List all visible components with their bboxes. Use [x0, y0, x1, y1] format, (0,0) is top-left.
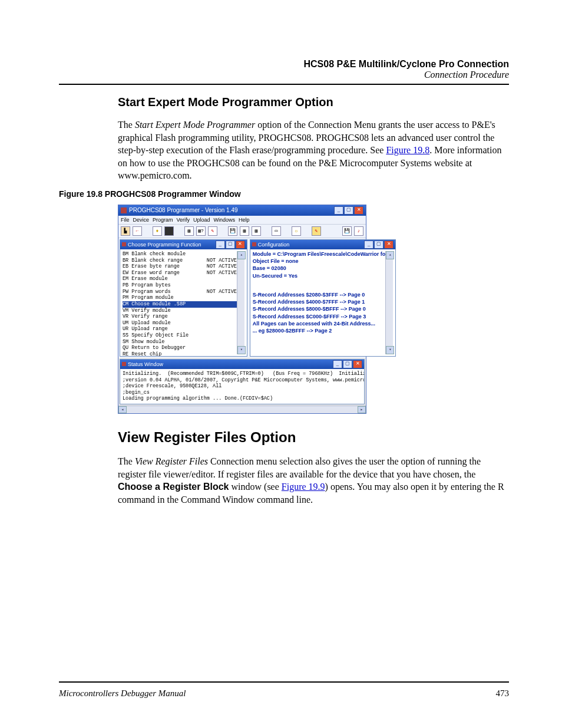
status-window-panel: Status Window _ ▢ ✕ Initializing. (Recom… — [120, 359, 365, 404]
panel-maximize-button[interactable]: ▢ — [374, 241, 384, 249]
horizontal-scrollbar[interactable]: ◂ ▸ — [118, 406, 366, 413]
config-line: S-Record Addresses $2080-$3FFF --> Page … — [253, 292, 385, 298]
config-line: Module = C:\Program Files\Freescale\Code… — [253, 251, 385, 258]
toolbar-icon[interactable]: 💾 — [228, 226, 237, 236]
maximize-button[interactable]: ▢ — [344, 206, 353, 215]
list-item[interactable]: EM Erase module — [123, 276, 237, 282]
panel-title: Status Window — [128, 361, 163, 367]
scroll-down-icon[interactable]: ▾ — [386, 346, 394, 354]
configuration-body: Module = C:\Program Files\Freescale\Code… — [250, 249, 395, 356]
config-line: S-Record Addresses $4000-$7FFF --> Page … — [253, 299, 385, 305]
panel-close-button[interactable]: ✕ — [236, 241, 245, 249]
section-heading-view-register: View Register Files Option — [118, 429, 509, 446]
scroll-up-icon[interactable]: ▴ — [386, 251, 394, 259]
toolbar-icon[interactable]: ▦ — [184, 226, 194, 236]
list-item[interactable]: BM Blank check module — [123, 251, 237, 258]
config-line: Base = 02080 — [253, 265, 385, 272]
list-item[interactable]: PM Program module — [123, 295, 237, 301]
menu-file[interactable]: File — [121, 217, 130, 223]
toolbar-icon[interactable]: ☼ — [292, 226, 301, 236]
close-button[interactable]: ✕ — [354, 206, 363, 215]
panel-minimize-button[interactable]: _ — [333, 360, 342, 368]
figure-link-19-8[interactable]: Figure 19.8 — [386, 145, 429, 155]
toolbar-icon[interactable]: ▦ — [252, 226, 261, 236]
toolbar-icon[interactable]: ← — [133, 226, 142, 236]
list-item[interactable]: EW Erase word range NOT ACTIVE — [123, 270, 237, 276]
config-line: ... eg $28000-$2BFFF --> Page 2 — [253, 328, 385, 334]
toolbar-icon[interactable]: ✎ — [312, 226, 321, 236]
page-number: 473 — [496, 689, 510, 699]
menu-verify[interactable]: Verify — [177, 217, 190, 223]
list-item[interactable]: QU Return to Debugger — [123, 345, 237, 351]
section-heading-start-expert: Start Expert Mode Programmer Option — [118, 95, 509, 109]
minimize-button[interactable]: _ — [334, 206, 343, 215]
list-item[interactable]: EB Erase byte range NOT ACTIVE — [123, 263, 237, 270]
text-italic: View Register Files — [135, 456, 208, 466]
toolbar-icon[interactable]: ▙ — [121, 226, 130, 236]
window-title: PROGHCS08 Programmer - Version 1.49 — [129, 207, 238, 213]
toolbar-icon[interactable]: ♪ — [354, 226, 363, 236]
toolbar-icon[interactable]: ▦? — [196, 226, 206, 236]
toolbar-icon[interactable] — [164, 226, 174, 236]
menu-device[interactable]: Device — [133, 217, 150, 223]
programmer-window: PROGHCS08 Programmer - Version 1.49 _ ▢ … — [118, 205, 366, 414]
list-item[interactable]: UR Upload range — [123, 326, 237, 332]
list-item[interactable]: PW Program words NOT ACTIVE — [123, 289, 237, 295]
figure-link-19-9[interactable]: Figure 19.9 — [282, 482, 325, 492]
configuration-panel: Configuration _ ▢ ✕ Module = C:\Program … — [250, 239, 396, 357]
panel-close-button[interactable]: ✕ — [384, 241, 394, 249]
status-body: Initializing. (Recommended TRIM=$009C,FT… — [120, 369, 364, 404]
list-item[interactable]: VR Verify range — [123, 314, 237, 320]
list-item-selected[interactable]: CM Choose module .S8P — [123, 301, 237, 308]
menu-windows[interactable]: Windows — [214, 217, 236, 223]
section1-paragraph: The Start Expert Mode Programmer option … — [118, 118, 509, 182]
config-line: S-Record Addresses $8000-$BFFF --> Page … — [253, 306, 385, 312]
list-item[interactable]: SM Show module — [123, 339, 237, 345]
toolbar-icon[interactable]: ✎ — [208, 226, 217, 236]
choose-programming-function-panel: Choose Programming Function _ ▢ ✕ BM Bla… — [120, 239, 247, 357]
config-line: Un-Secured = Yes — [253, 273, 385, 279]
list-item[interactable]: PB Program bytes — [123, 282, 237, 289]
list-item[interactable]: RE Reset chip — [123, 351, 237, 356]
list-item[interactable]: SS Specify Object File — [123, 332, 237, 339]
text-italic: Start Expert Mode Programmer — [135, 120, 255, 130]
list-item[interactable]: UM Upload module — [123, 320, 237, 327]
toolbar-icon[interactable]: ♦ — [153, 226, 162, 236]
panel-title: Choose Programming Function — [128, 242, 201, 248]
scroll-left-icon[interactable]: ◂ — [118, 406, 127, 413]
menubar: File Device Program Verify Upload Window… — [118, 216, 366, 224]
scroll-right-icon[interactable]: ▸ — [358, 406, 366, 413]
menu-help[interactable]: Help — [239, 217, 250, 223]
panel-minimize-button[interactable]: _ — [364, 241, 373, 249]
programming-function-list[interactable]: BM Blank check module BR Blank check ran… — [120, 249, 247, 356]
config-line: Object File = none — [253, 258, 385, 265]
menu-program[interactable]: Program — [153, 217, 173, 223]
panel-minimize-button[interactable]: _ — [216, 241, 225, 249]
panel-maximize-button[interactable]: ▢ — [226, 241, 235, 249]
text-bold: Choose a Register Block — [118, 482, 229, 492]
footer-manual-title: Microcontrollers Debugger Manual — [59, 689, 186, 699]
panel-title: Configuration — [258, 242, 290, 248]
toolbar-icon[interactable]: 💾 — [342, 226, 352, 236]
figure-caption: Figure 19.8 PROGHCS08 Programmer Window — [59, 189, 509, 199]
page-header-subtitle: Connection Procedure — [59, 70, 509, 80]
toolbar-icon[interactable]: ▦ — [240, 226, 249, 236]
menu-upload[interactable]: Upload — [193, 217, 210, 223]
config-line: S-Record Addresses $C000-$FFFF --> Page … — [253, 314, 385, 320]
window-titlebar: PROGHCS08 Programmer - Version 1.49 _ ▢ … — [118, 205, 366, 216]
text: The — [118, 120, 135, 130]
scroll-down-icon[interactable]: ▾ — [237, 346, 246, 354]
panel-maximize-button[interactable]: ▢ — [343, 360, 352, 368]
page-header-title: HCS08 P&E Multilink/Cyclone Pro Connecti… — [59, 59, 509, 70]
list-item[interactable]: VM Verify module — [123, 308, 237, 314]
app-icon — [121, 207, 127, 213]
text: window (see — [229, 482, 282, 492]
scroll-up-icon[interactable]: ▴ — [237, 251, 246, 259]
list-item[interactable]: BR Blank check range NOT ACTIVE — [123, 258, 237, 264]
config-line: All Pages can be accessed with 24-Bit Ad… — [253, 321, 385, 327]
toolbar-icon[interactable]: ▭ — [272, 226, 281, 236]
panel-close-button[interactable]: ✕ — [353, 360, 362, 368]
toolbar: ▙ ← ♦ ▦ ▦? ✎ 💾 ▦ ▦ ▭ ☼ ✎ 💾 ♪ — [118, 224, 366, 238]
section2-paragraph: The View Register Files Connection menu … — [118, 455, 509, 506]
text: The — [118, 456, 135, 466]
